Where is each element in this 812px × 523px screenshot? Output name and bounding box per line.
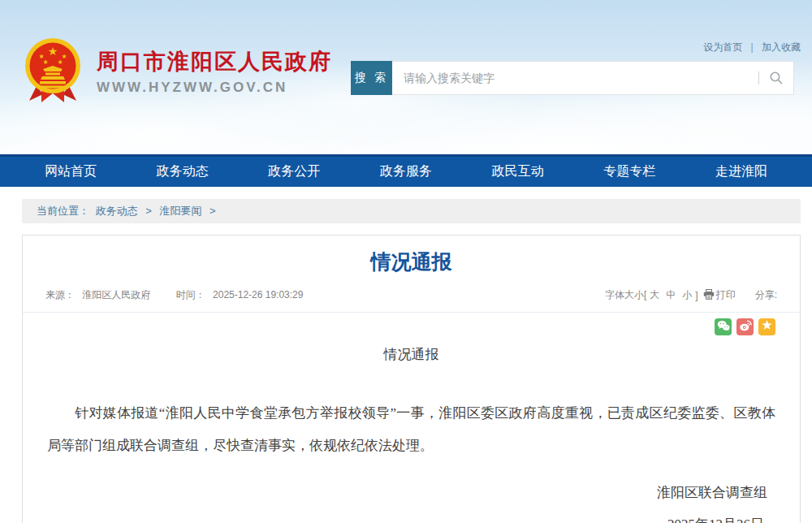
site-header: 设为首页 | 加入收藏 ★ ★ ★ ★ ★: [0, 0, 812, 154]
article-date: 2025年12月26日: [47, 515, 764, 523]
time-label: 时间：: [176, 289, 205, 300]
article-body: 情况通报 针对媒体报道“淮阳人民中学食堂承包方举报校领导”一事，淮阳区委区政府高…: [23, 344, 800, 523]
main-nav: 网站首页 政务动态 政务公开 政务服务 政民互动 专题专栏 走进淮阳: [0, 154, 812, 187]
font-size-label: 字体大小[: [605, 288, 646, 302]
search-bar: 搜 索: [351, 61, 794, 95]
toplink-divider: |: [751, 41, 754, 53]
article-meta-left: 来源： 淮阳区人民政府 时间： 2025-12-26 19:03:29: [45, 288, 308, 302]
nav-item-gov-services[interactable]: 政务服务: [380, 163, 432, 180]
article-body-title: 情况通报: [47, 344, 775, 366]
share-row: [23, 313, 800, 335]
top-links: 设为首页 | 加入收藏: [703, 41, 801, 54]
nav-item-public-interaction[interactable]: 政民互动: [492, 163, 544, 180]
source-label: 来源：: [45, 289, 75, 300]
national-emblem-icon: ★ ★ ★ ★ ★: [20, 36, 85, 107]
nav-item-special-topics[interactable]: 专题专栏: [603, 163, 655, 180]
share-label: 分享:: [755, 288, 777, 302]
svg-text:★: ★: [57, 58, 63, 66]
add-favorite-link[interactable]: 加入收藏: [762, 41, 801, 53]
weibo-icon: [739, 319, 752, 335]
nav-item-home[interactable]: 网站首页: [45, 163, 97, 180]
set-homepage-link[interactable]: 设为首页: [703, 41, 742, 53]
source-value: 淮阳区人民政府: [82, 289, 150, 300]
svg-text:★: ★: [48, 45, 58, 58]
font-size-bracket-close: ]: [695, 290, 698, 301]
font-size-large[interactable]: 大: [650, 288, 659, 302]
search-input-wrap: [392, 61, 794, 95]
share-weibo-button[interactable]: [736, 318, 754, 335]
article-meta: 来源： 淮阳区人民政府 时间： 2025-12-26 19:03:29 字体大小…: [23, 285, 800, 313]
nav-item-gov-disclosure[interactable]: 政务公开: [268, 163, 320, 180]
star-icon: [761, 319, 773, 335]
font-size-small[interactable]: 小: [682, 288, 692, 302]
time-value: 2025-12-26 19:03:29: [213, 289, 303, 300]
article-paragraph: 针对媒体报道“淮阳人民中学食堂承包方举报校领导”一事，淮阳区委区政府高度重视，已…: [47, 397, 775, 462]
share-favorite-button[interactable]: [758, 318, 775, 335]
article-meta-right: 字体大小[ 大 中 小 ] 打印: [605, 288, 777, 302]
site-url: WWW.HYZWW.GOV.CN: [97, 80, 332, 96]
font-size-medium[interactable]: 中: [666, 288, 676, 302]
brand-text: 周口市淮阳区人民政府 WWW.HYZWW.GOV.CN: [97, 47, 332, 96]
article-container: 情况通报 来源： 淮阳区人民政府 时间： 2025-12-26 19:03:29…: [22, 235, 801, 523]
breadcrumb-separator: >: [209, 205, 216, 217]
site-logo[interactable]: ★ ★ ★ ★ ★ 周口市淮阳区人民政府 WWW.HYZWW.GOV.CN: [20, 36, 332, 107]
breadcrumb-link-huaiyang-news[interactable]: 淮阳要闻: [159, 205, 201, 217]
printer-icon: [703, 289, 716, 302]
share-wechat-button[interactable]: [715, 318, 732, 335]
search-button[interactable]: 搜 索: [351, 61, 392, 95]
breadcrumb-link-gov-news[interactable]: 政务动态: [96, 205, 138, 217]
page: 设为首页 | 加入收藏 ★ ★ ★ ★ ★: [0, 0, 812, 523]
breadcrumb: 当前位置： 政务动态 > 淮阳要闻 >: [22, 199, 801, 223]
print-button[interactable]: 打印: [703, 288, 736, 302]
svg-text:★: ★: [42, 58, 48, 66]
search-icon[interactable]: [759, 71, 793, 85]
print-label: 打印: [716, 288, 736, 302]
nav-item-about-huaiyang[interactable]: 走进淮阳: [715, 163, 767, 180]
wechat-icon: [717, 320, 730, 335]
nav-item-gov-news[interactable]: 政务动态: [157, 163, 209, 180]
article-signature: 淮阳区联合调查组: [47, 483, 767, 502]
breadcrumb-separator: >: [145, 205, 152, 217]
page-title: 情况通报: [23, 249, 800, 275]
site-title: 周口市淮阳区人民政府: [97, 47, 332, 76]
search-input[interactable]: [392, 71, 758, 84]
breadcrumb-label: 当前位置：: [37, 205, 89, 217]
